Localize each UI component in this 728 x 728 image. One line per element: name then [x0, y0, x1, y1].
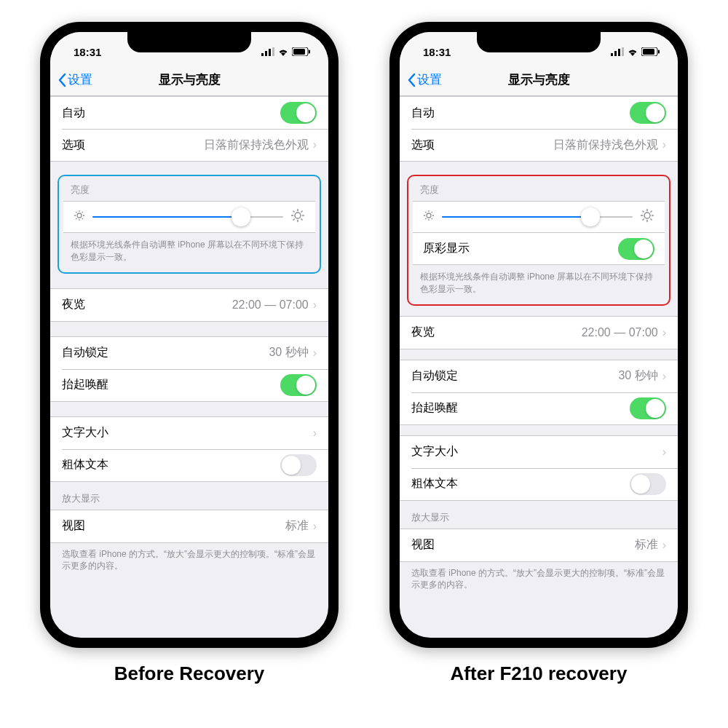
row-truetone[interactable]: 原彩显示 — [413, 233, 665, 265]
svg-rect-2 — [269, 49, 271, 56]
svg-line-23 — [293, 219, 295, 221]
back-button[interactable]: 设置 — [58, 71, 92, 88]
auto-toggle[interactable] — [630, 102, 666, 124]
svg-line-15 — [82, 212, 83, 213]
row-auto[interactable]: 自动 — [50, 97, 328, 129]
chevron-right-icon: › — [662, 326, 666, 339]
raise-label: 抬起唤醒 — [411, 400, 458, 416]
brightness-slider[interactable] — [442, 216, 633, 218]
svg-rect-26 — [614, 51, 617, 56]
caption-before: Before Recovery — [40, 662, 339, 685]
svg-rect-30 — [643, 49, 654, 55]
chevron-right-icon: › — [313, 427, 317, 440]
row-options[interactable]: 选项 日落前保持浅色外观 › — [400, 129, 678, 161]
back-button[interactable]: 设置 — [407, 71, 442, 88]
svg-line-13 — [82, 218, 83, 219]
view-label: 视图 — [62, 518, 85, 534]
svg-rect-27 — [618, 49, 620, 56]
row-textsize[interactable]: 文字大小 › — [400, 436, 678, 468]
svg-line-37 — [425, 212, 426, 213]
status-icons — [261, 47, 311, 56]
brightness-footer: 根据环境光线条件自动调整 iPhone 屏幕以在不同环境下保持色彩显示一致。 — [63, 233, 315, 265]
brightness-slider-row[interactable] — [63, 201, 315, 233]
brightness-slider-row[interactable] — [413, 201, 665, 233]
back-label: 设置 — [417, 71, 442, 88]
svg-line-38 — [432, 218, 432, 219]
row-options[interactable]: 选项 日落前保持浅色外观 › — [50, 129, 328, 161]
row-raise[interactable]: 抬起唤醒 — [400, 392, 678, 424]
bold-toggle[interactable] — [630, 473, 666, 495]
brightness-highlight-before: 亮度 根据环境光线条件自动调整 iPhone 屏幕以在不同环 — [58, 175, 321, 274]
svg-line-39 — [425, 218, 426, 219]
options-label: 选项 — [411, 138, 435, 153]
truetone-toggle[interactable] — [618, 238, 654, 260]
options-value: 日落前保持浅色外观 — [553, 138, 658, 153]
row-autolock[interactable]: 自动锁定 30 秒钟 › — [400, 360, 678, 392]
bold-toggle[interactable] — [280, 454, 317, 476]
svg-line-40 — [432, 212, 432, 213]
status-time: 18:31 — [423, 46, 451, 58]
sun-small-icon — [423, 210, 435, 224]
raise-toggle[interactable] — [630, 397, 666, 419]
svg-line-24 — [301, 211, 303, 213]
autolock-value: 30 秒钟 — [618, 368, 657, 384]
svg-line-49 — [651, 211, 652, 213]
svg-line-14 — [76, 218, 76, 219]
view-value: 标准 — [635, 537, 658, 553]
caption-after: After F210 recovery — [389, 662, 688, 685]
sun-large-icon — [290, 208, 305, 226]
back-label: 设置 — [68, 71, 92, 88]
svg-rect-28 — [622, 47, 624, 56]
night-label: 夜览 — [62, 297, 85, 312]
svg-point-7 — [77, 213, 82, 218]
page-title: 显示与亮度 — [508, 71, 570, 88]
battery-icon — [641, 47, 660, 56]
sun-small-icon — [74, 210, 85, 224]
battery-icon — [292, 47, 311, 56]
autolock-value: 30 秒钟 — [269, 345, 308, 360]
phone-before: 18:31 设置 显示与亮度 — [40, 22, 339, 648]
bold-label: 粗体文本 — [62, 457, 108, 472]
svg-line-48 — [643, 219, 644, 221]
signal-icon — [611, 47, 624, 56]
svg-point-16 — [295, 213, 301, 218]
autolock-label: 自动锁定 — [62, 345, 108, 360]
row-night[interactable]: 夜览 22:00 — 07:00 › — [50, 289, 328, 321]
options-value: 日落前保持浅色外观 — [204, 138, 309, 153]
chevron-right-icon: › — [313, 520, 317, 533]
view-value: 标准 — [285, 518, 309, 534]
brightness-highlight-after: 亮度 原彩显示 — [407, 175, 670, 306]
row-textsize[interactable]: 文字大小 › — [50, 417, 328, 449]
row-bold[interactable]: 粗体文本 — [400, 468, 678, 500]
truetone-label: 原彩显示 — [423, 241, 470, 256]
row-view[interactable]: 视图 标准 › — [400, 529, 678, 561]
row-raise[interactable]: 抬起唤醒 — [50, 369, 328, 401]
zoom-header: 放大显示 — [50, 482, 328, 510]
status-icons — [611, 47, 660, 56]
raise-toggle[interactable] — [280, 374, 317, 396]
auto-toggle[interactable] — [280, 102, 317, 124]
row-view[interactable]: 视图 标准 › — [50, 510, 328, 542]
night-value: 22:00 — 07:00 — [232, 298, 309, 312]
svg-line-21 — [293, 211, 295, 213]
row-auto[interactable]: 自动 — [400, 97, 678, 129]
zoom-footer: 选取查看 iPhone 的方式。“放大”会显示更大的控制项。“标准”会显示更多的… — [50, 543, 328, 580]
zoom-header: 放大显示 — [400, 501, 678, 529]
notch — [477, 32, 601, 52]
brightness-footer: 根据环境光线条件自动调整 iPhone 屏幕以在不同环境下保持色彩显示一致。 — [413, 265, 665, 297]
brightness-header: 亮度 — [63, 182, 315, 201]
row-night[interactable]: 夜览 22:00 — 07:00 › — [400, 317, 678, 349]
nav-bar: 设置 显示与亮度 — [400, 64, 678, 96]
brightness-slider[interactable] — [92, 216, 283, 218]
status-time: 18:31 — [74, 46, 101, 58]
chevron-right-icon: › — [313, 138, 317, 151]
wifi-icon — [627, 47, 638, 56]
wifi-icon — [277, 47, 289, 56]
row-bold[interactable]: 粗体文本 — [50, 449, 328, 481]
svg-rect-6 — [309, 50, 310, 54]
nav-bar: 设置 显示与亮度 — [50, 64, 328, 96]
row-autolock[interactable]: 自动锁定 30 秒钟 › — [50, 337, 328, 369]
svg-line-47 — [651, 219, 652, 221]
svg-rect-25 — [611, 53, 613, 56]
sun-large-icon — [640, 208, 654, 226]
